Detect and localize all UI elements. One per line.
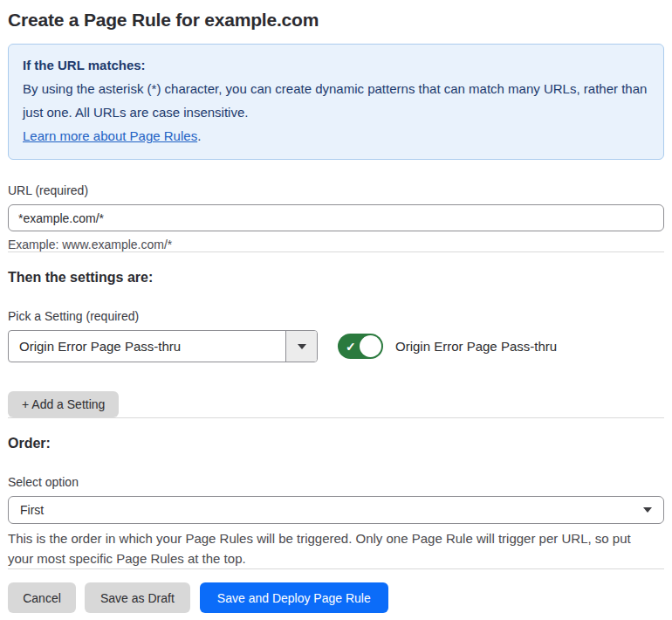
- setting-toggle-group: ✓ Origin Error Page Pass-thru: [338, 334, 557, 359]
- form-actions: Cancel Save as Draft Save and Deploy Pag…: [8, 582, 664, 613]
- url-field-label: URL (required): [8, 183, 664, 197]
- save-as-draft-button[interactable]: Save as Draft: [85, 582, 190, 613]
- info-box-heading: If the URL matches:: [23, 54, 649, 77]
- url-example-helper: Example: www.example.com/*: [8, 238, 664, 251]
- divider: [8, 251, 664, 252]
- url-match-info-box: If the URL matches: By using the asteris…: [8, 44, 664, 160]
- setting-select-value: Origin Error Page Pass-thru: [9, 331, 285, 362]
- toggle-knob: [360, 335, 381, 357]
- pick-setting-label: Pick a Setting (required): [8, 309, 664, 323]
- toggle-label: Origin Error Page Pass-thru: [395, 339, 557, 354]
- setting-select-arrow-button[interactable]: [285, 331, 317, 362]
- create-page-rule-form: Create a Page Rule for example.com If th…: [0, 0, 672, 613]
- link-period: .: [197, 128, 201, 143]
- order-select-label: Select option: [8, 475, 664, 489]
- chevron-down-icon: [643, 507, 652, 513]
- page-title: Create a Page Rule for example.com: [8, 10, 664, 31]
- cancel-button[interactable]: Cancel: [8, 582, 76, 613]
- origin-error-toggle[interactable]: ✓: [338, 334, 383, 359]
- learn-more-link[interactable]: Learn more about Page Rules: [23, 128, 197, 143]
- save-and-deploy-button[interactable]: Save and Deploy Page Rule: [200, 582, 388, 613]
- order-select[interactable]: First: [8, 496, 664, 524]
- info-box-link-line: Learn more about Page Rules.: [23, 124, 649, 148]
- settings-section-heading: Then the settings are:: [8, 270, 664, 286]
- chevron-down-icon: [298, 344, 306, 349]
- info-box-body: By using the asterisk (*) character, you…: [23, 77, 649, 124]
- order-section-heading: Order:: [8, 436, 664, 451]
- divider: [8, 417, 664, 418]
- setting-row: Origin Error Page Pass-thru ✓ Origin Err…: [8, 330, 664, 362]
- divider: [8, 568, 664, 569]
- add-setting-button[interactable]: + Add a Setting: [8, 391, 119, 417]
- order-helper-text: This is the order in which your Page Rul…: [8, 528, 654, 568]
- setting-select[interactable]: Origin Error Page Pass-thru: [8, 330, 318, 362]
- url-input[interactable]: [8, 204, 664, 231]
- check-icon: ✓: [346, 340, 356, 352]
- order-select-value: First: [20, 503, 44, 517]
